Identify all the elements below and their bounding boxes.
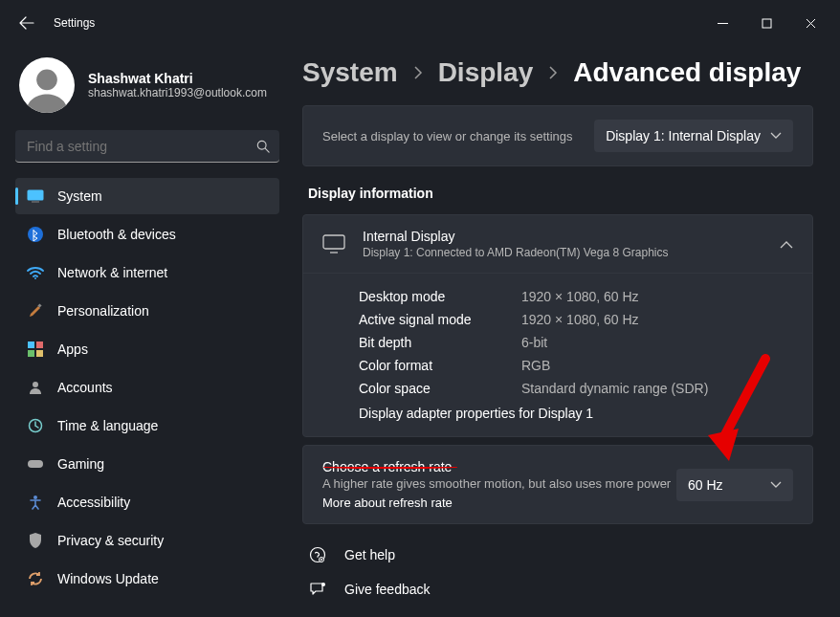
help-icon [308,545,327,564]
accounts-icon [27,379,44,396]
select-display-panel: Select a display to view or change its s… [302,105,813,166]
close-button[interactable] [788,8,832,38]
nav-label: Accounts [57,380,113,395]
chevron-right-icon [413,66,423,79]
display-info-panel: Internal Display Display 1: Connected to… [302,214,813,437]
titlebar: Settings [0,0,840,46]
update-icon [27,570,44,587]
adapter-properties-link[interactable]: Display adapter properties for Display 1 [359,406,793,421]
avatar [19,57,75,113]
display-name: Internal Display [363,229,669,244]
svg-point-12 [33,382,38,387]
main-content: System Display Advanced display Select a… [287,46,840,617]
shield-icon [27,532,44,549]
nav-label: Time & language [57,418,158,433]
wifi-icon [27,264,44,281]
svg-rect-4 [32,202,39,203]
nav-label: Network & internet [57,265,167,280]
breadcrumb-current: Advanced display [573,57,801,88]
give-feedback-label: Give feedback [344,582,431,597]
nav-label: System [57,188,102,204]
accessibility-icon [27,494,44,511]
row-color-space: Color space Standard dynamic range (SDR) [359,377,793,400]
feedback-icon [308,580,327,599]
nav-windows-update[interactable]: Windows Update [15,561,279,597]
svg-rect-0 [763,19,771,28]
nav-time-language[interactable]: Time & language [15,408,279,444]
paintbrush-icon [27,302,44,320]
annotation-underline [323,465,457,469]
maximize-icon [762,18,772,29]
footer-links: Get help Give feedback [302,538,813,606]
bluetooth-icon [27,226,44,243]
nav-label: Apps [57,342,88,357]
display-info-header[interactable]: Internal Display Display 1: Connected to… [303,215,812,274]
chevron-down-icon [770,132,782,140]
system-icon [27,187,44,205]
arrow-left-icon [19,15,34,31]
user-email: shashwat.khatri1993@outlook.com [88,86,267,99]
refresh-rate-selector[interactable]: 60 Hz [676,469,793,501]
select-display-prompt: Select a display to view or change its s… [322,129,573,143]
svg-rect-11 [36,350,43,357]
svg-rect-9 [36,342,43,348]
breadcrumb-display[interactable]: Display [438,57,534,88]
person-icon [22,63,72,113]
display-selector[interactable]: Display 1: Internal Display [594,120,793,152]
svg-point-2 [257,141,266,149]
svg-rect-14 [28,460,43,468]
sidebar: Shashwat Khatri shashwat.khatri1993@outl… [0,46,287,617]
refresh-rate-selected: 60 Hz [688,477,723,493]
gaming-icon [27,455,44,473]
nav-label: Personalization [57,303,149,319]
search-input[interactable] [15,130,279,163]
user-name: Shashwat Khatri [88,71,267,86]
nav-label: Accessibility [57,495,130,510]
back-button[interactable] [15,11,38,34]
row-bit-depth: Bit depth 6-bit [359,331,793,354]
refresh-rate-desc: A higher rate gives smoother motion, but… [322,476,671,491]
svg-rect-8 [28,342,34,348]
get-help-label: Get help [344,547,395,562]
svg-point-1 [36,70,57,91]
display-subtitle: Display 1: Connected to AMD Radeon(TM) V… [363,246,669,259]
nav-list: System Bluetooth & devices Network & int… [15,178,279,597]
nav-system[interactable]: System [15,178,279,214]
chevron-right-icon [548,66,558,79]
breadcrumb: System Display Advanced display [302,57,813,88]
minimize-button[interactable] [700,8,744,38]
user-block[interactable]: Shashwat Khatri shashwat.khatri1993@outl… [15,54,279,130]
display-info-details: Desktop mode 1920 × 1080, 60 Hz Active s… [303,274,812,436]
nav-privacy[interactable]: Privacy & security [15,522,279,559]
close-icon [806,18,816,29]
nav-label: Gaming [57,456,104,472]
give-feedback-link[interactable]: Give feedback [302,572,813,606]
row-color-format: Color format RGB [359,354,793,377]
nav-label: Bluetooth & devices [57,227,176,242]
search-container [15,130,279,163]
search-icon [256,140,270,153]
display-selected-label: Display 1: Internal Display [606,128,761,143]
nav-apps[interactable]: Apps [15,331,279,367]
window-title: Settings [54,16,95,30]
chevron-up-icon [780,240,793,249]
get-help-link[interactable]: Get help [302,538,813,572]
svg-rect-3 [28,190,44,201]
breadcrumb-system[interactable]: System [302,57,398,88]
svg-rect-10 [28,350,34,357]
maximize-button[interactable] [744,8,788,38]
nav-personalization[interactable]: Personalization [15,293,279,329]
clock-icon [27,417,44,434]
minimize-icon [718,18,728,29]
chevron-down-icon [770,481,782,489]
svg-rect-16 [323,235,344,249]
svg-point-19 [321,583,325,586]
refresh-rate-panel: Choose a refresh rate A higher rate give… [302,445,813,524]
refresh-rate-more-link[interactable]: More about refresh rate [322,496,671,510]
nav-accounts[interactable]: Accounts [15,369,279,406]
nav-accessibility[interactable]: Accessibility [15,484,279,520]
nav-network[interactable]: Network & internet [15,254,279,291]
nav-label: Windows Update [57,571,159,586]
nav-gaming[interactable]: Gaming [15,446,279,482]
nav-bluetooth[interactable]: Bluetooth & devices [15,216,279,253]
